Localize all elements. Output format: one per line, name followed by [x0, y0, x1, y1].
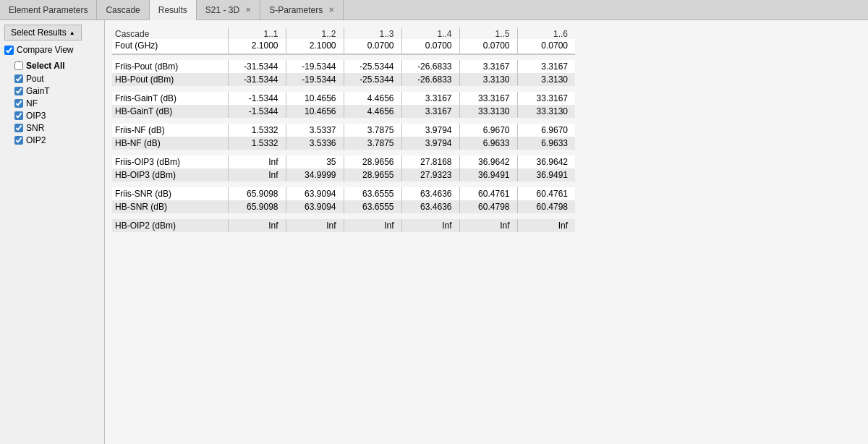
tab-bar: Element Parameters Cascade Results S21 -… — [0, 0, 868, 20]
select-results-button[interactable]: Select Results ▲ — [4, 25, 82, 40]
table-row: HB-GainT (dB) -1.5344 10.4656 4.4656 3.3… — [112, 105, 575, 118]
spacer-row-3 — [112, 150, 575, 155]
friis-oip3-label: Friis-OIP3 (dBm) — [112, 155, 228, 168]
spacer-row-2 — [112, 118, 575, 124]
hb-pout-label: HB-Pout (dBm) — [112, 73, 228, 86]
spacer-row-4 — [112, 182, 575, 187]
fout-val-3: 0.0700 — [344, 39, 401, 54]
table-row: HB-Pout (dBm) -31.5344 -19.5344 -25.5344… — [112, 73, 575, 86]
table-row: HB-SNR (dB) 65.9098 63.9094 63.6555 63.4… — [112, 200, 575, 213]
tab-element-params[interactable]: Element Parameters — [0, 0, 97, 20]
tab-results[interactable]: Results — [150, 0, 197, 20]
col-header-6: 1..6 — [517, 27, 575, 39]
friis-nf-label: Friis-NF (dB) — [112, 124, 228, 137]
hb-gaint-label: HB-GainT (dB) — [112, 105, 228, 118]
tab-cascade[interactable]: Cascade — [97, 0, 149, 20]
table-row: Friis-SNR (dB) 65.9098 63.9094 63.6555 6… — [112, 187, 575, 200]
col-header-cascade: Cascade — [112, 27, 228, 39]
list-item-oip3: OIP3 — [4, 111, 100, 121]
spacer-row-5 — [112, 213, 575, 219]
spacer-row-1 — [112, 86, 575, 92]
checkbox-oip2[interactable] — [14, 136, 23, 145]
left-panel: Select Results ▲ Compare View Select All… — [0, 20, 105, 444]
hb-nf-label: HB-NF (dB) — [112, 137, 228, 150]
fout-val-6: 0.0700 — [517, 39, 575, 54]
friis-pout-label: Friis-Pout (dBm) — [112, 60, 228, 73]
checkbox-list: Select All Pout GainT NF OIP3 SNR — [4, 61, 100, 145]
tab-s21-3d-close[interactable]: ✕ — [245, 6, 251, 14]
main-content: Select Results ▲ Compare View Select All… — [0, 20, 868, 444]
list-item-pout: Pout — [4, 74, 100, 84]
table-row: HB-OIP3 (dBm) Inf 34.9999 28.9655 27.932… — [112, 168, 575, 182]
table-row: Friis-OIP3 (dBm) Inf 35 28.9656 27.8168 … — [112, 155, 575, 168]
checkbox-gaint[interactable] — [14, 87, 23, 95]
checkbox-nf[interactable] — [14, 99, 23, 108]
col-header-1: 1..1 — [228, 27, 286, 39]
dropdown-arrow-icon: ▲ — [69, 30, 75, 36]
table-row: HB-OIP2 (dBm) Inf Inf Inf Inf Inf Inf — [112, 219, 575, 232]
tab-s21-3d[interactable]: S21 - 3D ✕ — [197, 0, 260, 20]
compare-view-container: Compare View — [4, 45, 100, 55]
friis-snr-label: Friis-SNR (dB) — [112, 187, 228, 200]
list-item-snr: SNR — [4, 123, 100, 133]
hb-oip3-label: HB-OIP3 (dBm) — [112, 168, 228, 182]
list-item-oip2: OIP2 — [4, 135, 100, 145]
spacer-row-0 — [112, 54, 575, 60]
compare-view-checkbox[interactable] — [4, 46, 14, 55]
table-row: Friis-Pout (dBm) -31.5344 -19.5344 -25.5… — [112, 60, 575, 73]
fout-label: Fout (GHz) — [112, 39, 228, 54]
fout-val-4: 0.0700 — [401, 39, 459, 54]
fout-val-5: 0.0700 — [459, 39, 517, 54]
col-header-5: 1..5 — [459, 27, 517, 39]
fout-val-1: 2.1000 — [228, 39, 286, 54]
hb-oip2-label: HB-OIP2 (dBm) — [112, 219, 228, 232]
tab-s-parameters-close[interactable]: ✕ — [328, 6, 334, 14]
tab-s-parameters[interactable]: S-Parameters ✕ — [260, 0, 344, 20]
checkbox-snr[interactable] — [14, 124, 23, 132]
table-row: Friis-NF (dB) 1.5332 3.5337 3.7875 3.979… — [112, 124, 575, 137]
col-header-4: 1..4 — [401, 27, 459, 39]
select-all-item: Select All — [4, 61, 100, 71]
right-panel: Cascade 1..1 1..2 1..3 1..4 1..5 1..6 Fo… — [105, 20, 868, 444]
fout-row: Fout (GHz) 2.1000 2.1000 0.0700 0.0700 0… — [112, 39, 575, 54]
list-item-gaint: GainT — [4, 86, 100, 96]
table-row: HB-NF (dB) 1.5332 3.5336 3.7875 3.9794 6… — [112, 137, 575, 150]
fout-val-2: 2.1000 — [286, 39, 344, 54]
friis-gaint-label: Friis-GainT (dB) — [112, 92, 228, 105]
table-header-row: Cascade 1..1 1..2 1..3 1..4 1..5 1..6 — [112, 27, 575, 39]
list-item-nf: NF — [4, 98, 100, 108]
table-row: Friis-GainT (dB) -1.5344 10.4656 4.4656 … — [112, 92, 575, 105]
select-all-checkbox[interactable] — [14, 61, 23, 70]
col-header-2: 1..2 — [286, 27, 344, 39]
col-header-3: 1..3 — [344, 27, 401, 39]
hb-snr-label: HB-SNR (dB) — [112, 200, 228, 213]
results-table: Cascade 1..1 1..2 1..3 1..4 1..5 1..6 Fo… — [112, 27, 575, 232]
checkbox-oip3[interactable] — [14, 111, 23, 120]
checkbox-pout[interactable] — [14, 74, 23, 83]
